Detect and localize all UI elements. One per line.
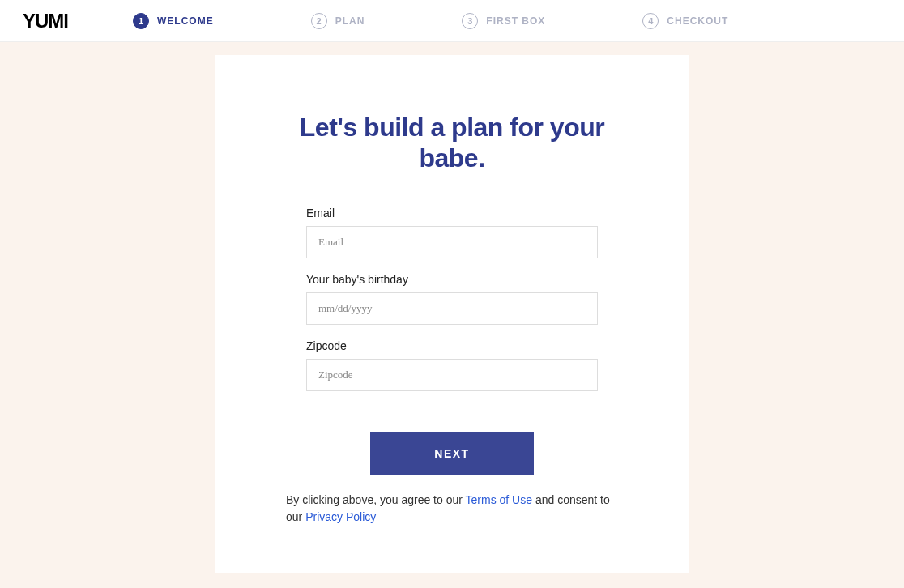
email-input[interactable] [306,226,598,258]
disclaimer-part1: By clicking above, you agree to our [286,493,466,506]
step-first-box[interactable]: 3 FIRST BOX [462,13,545,29]
terms-link[interactable]: Terms of Use [466,493,532,506]
step-label: WELCOME [157,15,214,27]
disclaimer-text: By clicking above, you agree to our Term… [286,492,618,526]
form-card: Let's build a plan for your babe. Email … [215,55,689,573]
logo: YUMI [23,10,68,32]
email-label: Email [306,207,598,219]
header: YUMI 1 WELCOME 2 PLAN 3 FIRST BOX 4 CHEC… [0,0,904,42]
birthday-field-group: Your baby's birthday [306,273,598,325]
signup-form: Email Your baby's birthday Zipcode [306,207,598,391]
birthday-input[interactable] [306,292,598,325]
email-field-group: Email [306,207,598,258]
step-number: 4 [642,13,659,29]
progress-steps: 1 WELCOME 2 PLAN 3 FIRST BOX 4 CHECKOUT [133,13,728,29]
next-button[interactable]: NEXT [370,432,534,475]
privacy-link[interactable]: Privacy Policy [305,510,376,523]
step-checkout[interactable]: 4 CHECKOUT [642,13,728,29]
zipcode-label: Zipcode [306,339,598,352]
zipcode-field-group: Zipcode [306,339,598,391]
step-label: FIRST BOX [486,15,545,27]
page-heading: Let's build a plan for your babe. [271,112,633,174]
step-number: 3 [462,13,478,29]
step-label: CHECKOUT [667,15,728,27]
step-number: 1 [133,13,149,29]
birthday-label: Your baby's birthday [306,273,598,286]
step-plan[interactable]: 2 PLAN [311,13,365,29]
zipcode-input[interactable] [306,359,598,391]
step-welcome[interactable]: 1 WELCOME [133,13,214,29]
step-number: 2 [311,13,327,29]
step-label: PLAN [335,15,365,27]
